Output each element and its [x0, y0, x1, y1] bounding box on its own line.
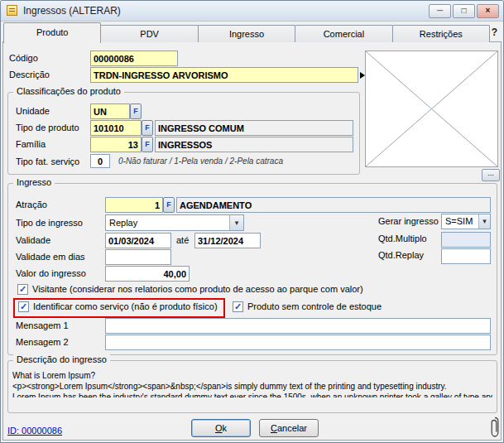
- mensagem2-input[interactable]: [105, 335, 491, 350]
- mensagem1-label: Mensagem 1: [16, 320, 69, 330]
- tipo-fat-servico-label: Tipo fat. serviço: [16, 156, 79, 166]
- classificacoes-group-title: Classificações do produto: [13, 86, 124, 96]
- window-title: Ingressos (ALTERAR): [23, 5, 121, 17]
- check-icon: ✓: [234, 301, 242, 311]
- servico-checkbox[interactable]: ✓: [18, 301, 29, 312]
- product-image-placeholder[interactable]: [365, 51, 498, 167]
- atracao-display: [176, 197, 491, 213]
- title-bar[interactable]: Ingressos (ALTERAR) ─ □ ×: [1, 1, 503, 22]
- qtd-replay-label: Qtd.Replay: [378, 250, 424, 260]
- valor-do-ingresso-input[interactable]: [105, 266, 190, 282]
- dialog-window: Ingressos (ALTERAR) ─ □ × Produto PDV In…: [0, 0, 504, 443]
- mensagem2-label: Mensagem 2: [16, 337, 69, 347]
- tipo-produto-display: [155, 120, 353, 136]
- descricao-line: Lorem Ipsum has been the industry's stan…: [12, 392, 492, 397]
- tab-produto[interactable]: Produto: [3, 22, 101, 43]
- estoque-checkbox-label[interactable]: Produto sem controle de estoque: [247, 301, 382, 311]
- mensagem1-input[interactable]: [105, 318, 491, 334]
- gerar-ingresso-label: Gerar ingresso: [378, 216, 439, 226]
- check-icon: ✓: [19, 284, 26, 294]
- servico-checkbox-label[interactable]: Identificar como serviço (não é produto …: [33, 301, 218, 311]
- tipo-produto-lookup-icon[interactable]: F: [142, 120, 153, 136]
- check-icon: ✓: [20, 301, 27, 311]
- validade-to-input[interactable]: [194, 233, 261, 248]
- descricao-ingresso-group-title: Descrição do ingresso: [13, 354, 110, 364]
- tab-pdv[interactable]: PDV: [100, 25, 198, 42]
- window-controls: ─ □ ×: [429, 4, 499, 18]
- tipo-de-ingresso-value: Replay: [109, 218, 137, 228]
- gerar-ingresso-value: S=SIM: [445, 216, 473, 226]
- validade-em-dias-label: Validade em dias: [16, 252, 85, 262]
- visitante-checkbox-label[interactable]: Visitante (considerar nos relatorios com…: [32, 284, 363, 294]
- tab-bar: Produto PDV Ingresso Comercial Restriçõe…: [3, 22, 501, 42]
- tipo-fat-servico-input[interactable]: [90, 154, 110, 168]
- chevron-down-icon[interactable]: ▾: [229, 215, 243, 230]
- tipo-de-ingresso-label: Tipo de ingresso: [16, 218, 83, 228]
- codigo-input[interactable]: [90, 51, 178, 66]
- codigo-label: Código: [9, 53, 38, 63]
- paperclip-icon[interactable]: [490, 416, 500, 442]
- tipo-de-ingresso-select[interactable]: Replay ▾: [105, 214, 244, 231]
- familia-lookup-icon[interactable]: F: [142, 137, 153, 152]
- descricao-line: <p><strong>Lorem Ipsum</strong><span>&nb…: [12, 381, 492, 392]
- qtd-multiplo-input: [441, 232, 491, 248]
- qtd-multiplo-label: Qtd.Multiplo: [378, 234, 427, 243]
- atracao-label: Atração: [16, 200, 47, 209]
- familia-display: [155, 137, 353, 152]
- ok-button-label: Ok: [192, 420, 250, 436]
- atracao-input[interactable]: [105, 197, 163, 213]
- validade-until-label: até: [176, 235, 189, 245]
- validade-em-dias-input[interactable]: [105, 249, 171, 265]
- familia-input[interactable]: [90, 137, 142, 152]
- unidade-lookup-icon[interactable]: F: [130, 104, 142, 119]
- tab-ingresso[interactable]: Ingresso: [198, 25, 295, 42]
- gerar-ingresso-select[interactable]: S=SIM ▾: [441, 214, 491, 229]
- validade-label: Validade: [16, 235, 50, 245]
- tab-restricoes[interactable]: Restrições: [392, 25, 490, 42]
- ingresso-group-title: Ingresso: [13, 177, 55, 187]
- cancel-button[interactable]: Cancelar: [259, 419, 319, 437]
- id-link[interactable]: ID: 00000086: [7, 426, 62, 436]
- tipo-produto-label: Tipo de produto: [16, 123, 79, 132]
- minimize-icon[interactable]: ─: [429, 4, 451, 18]
- image-cross-icon: [366, 51, 497, 166]
- maximize-icon[interactable]: □: [453, 4, 475, 18]
- chevron-down-icon[interactable]: ▾: [478, 214, 490, 229]
- valor-do-ingresso-label: Valor do ingresso: [16, 268, 86, 278]
- image-browse-button[interactable]: ...: [482, 169, 500, 181]
- familia-label: Família: [16, 139, 46, 149]
- visitante-checkbox[interactable]: ✓: [17, 284, 28, 295]
- cancel-button-label: Cancelar: [260, 420, 318, 436]
- ok-button[interactable]: Ok: [191, 419, 251, 437]
- atracao-lookup-icon[interactable]: F: [163, 197, 175, 213]
- descricao-line: What is Lorem Ipsum?: [12, 370, 492, 381]
- app-icon: [7, 5, 17, 16]
- tab-comercial[interactable]: Comercial: [295, 25, 392, 42]
- descricao-label: Descrição: [9, 70, 50, 79]
- expand-memo-icon[interactable]: [360, 72, 365, 79]
- descricao-input[interactable]: [90, 67, 358, 83]
- help-icon[interactable]: ?: [492, 26, 497, 38]
- validade-from-input[interactable]: [105, 233, 171, 248]
- unidade-label: Unidade: [16, 106, 50, 116]
- close-icon[interactable]: ×: [477, 4, 499, 18]
- tipo-fat-servico-hint: 0-Não faturar / 1-Pela venda / 2-Pela ca…: [118, 156, 283, 166]
- qtd-replay-input[interactable]: [441, 248, 491, 264]
- estoque-checkbox[interactable]: ✓: [233, 301, 243, 312]
- tipo-produto-input[interactable]: [90, 120, 142, 136]
- descricao-ingresso-text[interactable]: What is Lorem Ipsum? <p><strong>Lorem Ip…: [12, 370, 492, 397]
- unidade-input[interactable]: [90, 104, 130, 119]
